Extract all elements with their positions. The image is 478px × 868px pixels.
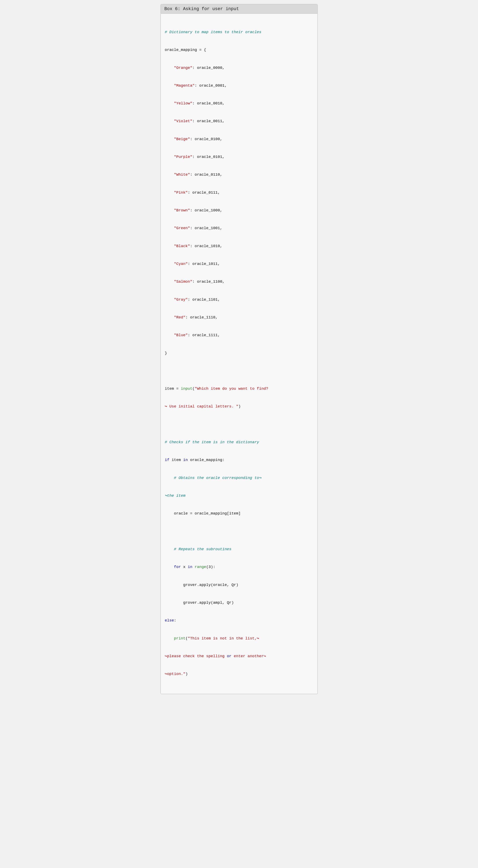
if-line: if item in oracle_mapping:: [165, 457, 313, 463]
comment-line-2: # Checks if the item is in the dictionar…: [165, 439, 313, 445]
dict-entry-violet: "Violet": oracle_0011,: [165, 118, 313, 124]
dict-entry-black: "Black": oracle_1010,: [165, 243, 313, 249]
grover1-line: grover.apply(oracle, Qr): [165, 582, 313, 588]
blank-line-1: [165, 368, 313, 374]
dict-entry-blue: "Blue": oracle_1111,: [165, 332, 313, 338]
dict-entry-purple: "Purple": oracle_0101,: [165, 154, 313, 160]
dict-entry-white: "White": oracle_0110,: [165, 172, 313, 178]
comment-line-1: # Dictionary to map items to their oracl…: [165, 29, 313, 35]
for-line: for x in range(3):: [165, 564, 313, 570]
box-title: Box 6: Asking for user input: [161, 4, 317, 14]
item-input-cont: ↪ Use initial capital letters. "): [165, 404, 313, 409]
dict-entry-orange: "Orange": oracle_0000,: [165, 65, 313, 71]
blank-line-3: [165, 529, 313, 534]
dict-entry-magenta: "Magenta": oracle_0001,: [165, 83, 313, 89]
print-line-2: ↪please check the spelling or enter anot…: [165, 653, 313, 659]
dict-entry-gray: "Gray": oracle_1101,: [165, 297, 313, 303]
comment-line-3b: ↪the item: [165, 493, 313, 499]
dict-close-line: }: [165, 350, 313, 356]
dict-entry-green: "Green": oracle_1001,: [165, 225, 313, 231]
else-line: else:: [165, 618, 313, 623]
item-input-line: item = input("Which item do you want to …: [165, 386, 313, 392]
oracle-assign-line: oracle = oracle_mapping[item]: [165, 510, 313, 517]
comment-line-3: # Obtains the oracle corresponding to↪: [165, 475, 313, 481]
dict-entry-yellow: "Yellow": oracle_0010,: [165, 100, 313, 106]
code-content: # Dictionary to map items to their oracl…: [161, 14, 317, 694]
dict-entry-salmon: "Salmon": oracle_1100,: [165, 279, 313, 285]
print-line-3: ↪option."): [165, 671, 313, 677]
dict-entry-pink: "Pink": oracle_0111,: [165, 190, 313, 196]
dict-entry-brown: "Brown": oracle_1000,: [165, 208, 313, 213]
grover2-line: grover.apply(ampl, Qr): [165, 600, 313, 606]
comment-line-4: # Repeats the subroutines: [165, 546, 313, 552]
dict-entry-cyan: "Cyan": oracle_1011,: [165, 261, 313, 267]
dict-var-line: oracle_mapping = {: [165, 47, 313, 53]
dict-entry-beige: "Beige": oracle_0100,: [165, 136, 313, 142]
code-box: Box 6: Asking for user input # Dictionar…: [161, 4, 318, 694]
blank-line-2: [165, 422, 313, 428]
dict-entry-red: "Red": oracle_1110,: [165, 315, 313, 320]
print-line-1: print("This item is not in the list,↪: [165, 636, 313, 642]
